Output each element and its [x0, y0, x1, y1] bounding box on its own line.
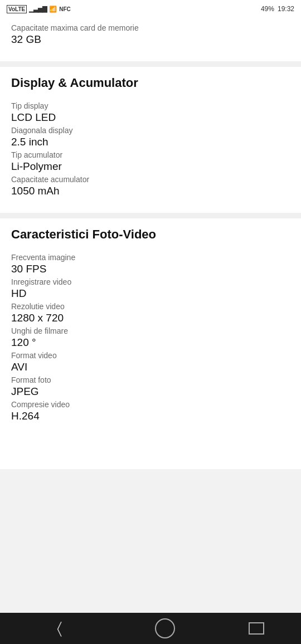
spec-value: 120 ° — [11, 336, 290, 349]
spec-label: Unghi de filmare — [11, 326, 290, 335]
wifi-icon: 📶 — [49, 6, 57, 13]
display-spec-group: Diagonala display2.5 inch — [11, 126, 290, 148]
recent-button[interactable] — [249, 622, 264, 635]
spec-label: Format video — [11, 351, 290, 360]
display-section-title: Display & Acumulator — [11, 76, 290, 90]
back-button[interactable]: 〈 — [37, 617, 81, 640]
status-bar: VoLTE ▁▃▅▇ 📶 NFC 49% 19:32 — [0, 0, 301, 18]
spec-value: HD — [11, 287, 290, 300]
clock: 19:32 — [278, 5, 294, 13]
video-spec-group: Rezolutie video1280 x 720 — [11, 302, 290, 324]
spec-label: Rezolutie video — [11, 302, 290, 311]
volte-icon: VoLTE — [7, 5, 27, 13]
memory-card: Capacitate maxima card de memorie 32 GB — [0, 18, 301, 61]
spec-label: Capacitate acumulator — [11, 175, 290, 184]
status-right: 49% 19:32 — [261, 5, 294, 13]
separator-2 — [0, 213, 301, 218]
spec-value: LCD LED — [11, 111, 290, 124]
video-spec-group: Compresie videoH.264 — [11, 400, 290, 422]
spec-value: AVI — [11, 361, 290, 373]
home-button[interactable] — [155, 618, 175, 638]
spec-label: Tip display — [11, 101, 290, 110]
video-spec-group: Frecventa imagine30 FPS — [11, 253, 290, 275]
video-section-title: Caracteristici Foto-Video — [11, 227, 290, 242]
signal-icon: ▁▃▅▇ — [29, 6, 47, 13]
video-spec-group: Inregistrare videoHD — [11, 277, 290, 300]
video-card: Caracteristici Foto-Video Frecventa imag… — [0, 218, 301, 469]
spec-value: 2.5 inch — [11, 136, 290, 148]
spec-value: 1050 mAh — [11, 185, 290, 197]
display-card: Display & Acumulator Tip displayLCD LEDD… — [0, 67, 301, 213]
memory-value: 32 GB — [11, 33, 290, 46]
battery-level: 49 — [261, 5, 268, 13]
video-spec-group: Unghi de filmare120 ° — [11, 326, 290, 349]
spec-value: Li-Polymer — [11, 160, 290, 173]
spec-label: Tip acumulator — [11, 150, 290, 159]
battery-indicator: 49% — [261, 5, 274, 13]
memory-label: Capacitate maxima card de memorie — [11, 23, 290, 32]
separator-1 — [0, 61, 301, 67]
spec-label: Diagonala display — [11, 126, 290, 135]
spec-value: JPEG — [11, 386, 290, 398]
video-spec-group: Format videoAVI — [11, 351, 290, 373]
spec-label: Compresie video — [11, 400, 290, 409]
network-icon: NFC — [59, 6, 71, 12]
spec-value: 30 FPS — [11, 263, 290, 275]
display-spec-group: Tip acumulatorLi-Polymer — [11, 150, 290, 173]
video-spec-group: Format fotoJPEG — [11, 375, 290, 398]
display-spec-group: Capacitate acumulator1050 mAh — [11, 175, 290, 197]
spec-label: Format foto — [11, 375, 290, 384]
spec-label: Inregistrare video — [11, 277, 290, 286]
display-spec-group: Tip displayLCD LED — [11, 101, 290, 124]
spec-value: H.264 — [11, 410, 290, 422]
display-specs-list: Tip displayLCD LEDDiagonala display2.5 i… — [11, 101, 290, 197]
status-left: VoLTE ▁▃▅▇ 📶 NFC — [7, 5, 71, 13]
spec-label: Frecventa imagine — [11, 253, 290, 262]
spec-value: 1280 x 720 — [11, 312, 290, 324]
memory-spec-group: Capacitate maxima card de memorie 32 GB — [11, 23, 290, 46]
video-specs-list: Frecventa imagine30 FPSInregistrare vide… — [11, 253, 290, 422]
nav-bar: 〈 — [0, 613, 301, 644]
